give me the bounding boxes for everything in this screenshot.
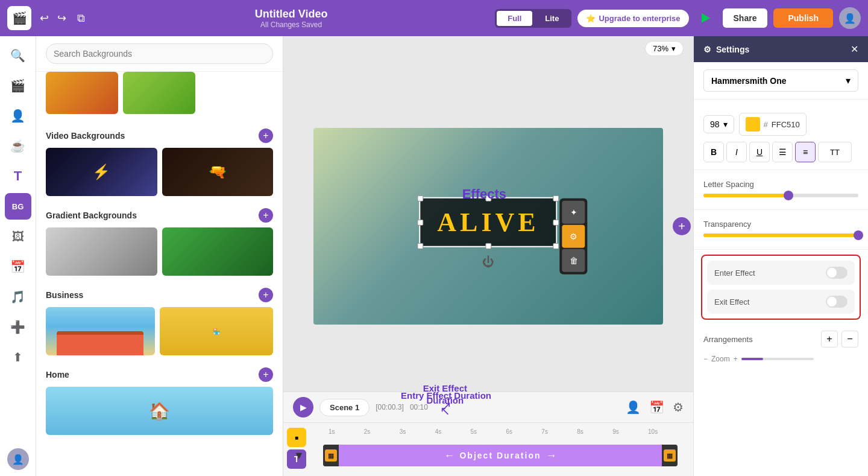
sidebar-item-music[interactable]: 🎵 <box>5 284 31 310</box>
letter-spacing-slider[interactable] <box>703 194 858 197</box>
section-home-header: Home + <box>36 360 283 387</box>
business-thumb-1[interactable] <box>46 307 155 355</box>
italic-button[interactable]: I <box>726 142 747 162</box>
gradient-thumb-1[interactable] <box>46 227 157 276</box>
timeline-tracks: ▼ ▦ ▦ ← <box>283 440 693 476</box>
topbar-center: Untitled Video All Changes Saved <box>93 8 489 29</box>
sidebar-item-bg[interactable]: BG <box>5 193 31 220</box>
handle-br[interactable] <box>553 243 559 249</box>
icon-bar-bottom: 👤 <box>7 448 29 470</box>
add-video-button[interactable]: + <box>259 129 273 143</box>
sidebar-item-text[interactable]: T <box>5 163 31 189</box>
zoom-mini-fill <box>741 358 763 360</box>
timeline-controls: ▶ Scene 1 [00:00.3] 00:10 👤 📅 ⚙ <box>283 392 693 423</box>
sidebar-item-image[interactable]: 🖼 <box>5 223 31 250</box>
user-avatar[interactable]: 👤 <box>839 7 861 29</box>
sidebar-avatar[interactable]: 👤 <box>7 448 29 470</box>
handle-tm[interactable] <box>485 195 491 202</box>
settings-close-button[interactable]: ✕ <box>851 43 858 55</box>
sidebar-item-search[interactable]: 🔍 <box>5 42 31 69</box>
handle-tr[interactable] <box>553 195 559 202</box>
sidebar-item-coffee[interactable]: ☕ <box>5 133 31 159</box>
panel-content: Video Backgrounds + ⚡ 🔫 Gradient Backgro… <box>36 72 283 476</box>
ruler-2s: 2s <box>364 428 400 435</box>
undo-button[interactable]: ↩ <box>37 9 51 27</box>
exit-effect-toggle[interactable] <box>826 296 848 308</box>
section-business-header: Business + <box>36 281 283 307</box>
copy-button[interactable]: ⧉ <box>75 10 87 27</box>
video-thumb-1[interactable]: ⚡ <box>46 148 157 196</box>
transparency-thumb[interactable] <box>854 230 863 240</box>
delete-element-button[interactable]: 🗑 <box>562 249 585 272</box>
add-business-button[interactable]: + <box>259 288 273 302</box>
track-bar[interactable]: ▦ ▦ ← Object Duration → <box>323 445 678 466</box>
ruler-10s: 10s <box>648 428 684 435</box>
transparency-label: Transparency <box>703 220 858 229</box>
timeline-play-button[interactable]: ▶ <box>293 397 313 417</box>
sidebar-item-calendar[interactable]: 📅 <box>5 253 31 280</box>
business-thumb-2[interactable]: 🏪 <box>160 307 274 355</box>
settings-element-button[interactable]: ⚙ <box>562 225 585 248</box>
list-button[interactable]: ☰ <box>772 142 793 162</box>
canvas-wrapper: ALIVE ✦ ⚙ 🗑 ⏻ + <box>283 61 693 392</box>
settings-header: ⚙ Settings ✕ <box>694 36 868 62</box>
video-thumb-2[interactable]: 🔫 <box>162 148 274 196</box>
align-center-button[interactable]: ≡ <box>795 142 816 162</box>
right-panel: ⚙ Settings ✕ Hammersmith One ▾ 98 ▾ # <box>693 36 868 476</box>
handle-bl[interactable] <box>417 243 423 249</box>
add-scene-button[interactable]: + <box>673 217 691 235</box>
app-logo[interactable]: 🎬 <box>7 6 31 30</box>
enter-effect-toggle[interactable] <box>826 267 848 279</box>
transparency-section: Transparency <box>694 210 868 250</box>
publish-button[interactable]: Publish <box>773 8 833 28</box>
home-thumb-1[interactable]: 🏠 <box>46 387 273 435</box>
transparency-slider[interactable] <box>703 233 858 237</box>
font-size-selector[interactable]: 98 ▾ <box>703 115 734 133</box>
sidebar-item-user[interactable]: 👤 <box>5 103 31 129</box>
share-button[interactable]: Share <box>723 8 768 28</box>
mode-selector: Full Lite <box>495 9 571 28</box>
underline-button[interactable]: U <box>749 142 770 162</box>
upgrade-button[interactable]: ⭐ Upgrade to enterprise <box>577 10 688 27</box>
thumbnail-food2[interactable] <box>123 72 195 114</box>
play-icon <box>702 13 710 23</box>
add-home-button[interactable]: + <box>259 367 273 382</box>
arrange-up-button[interactable]: + <box>821 331 838 347</box>
color-picker[interactable]: # FFC510 <box>739 113 807 136</box>
zoom-mini-track[interactable] <box>741 358 814 360</box>
thumbnail-food1[interactable] <box>46 72 118 114</box>
text-element[interactable]: ALIVE ✦ ⚙ 🗑 ⏻ <box>419 197 557 247</box>
add-gradient-button[interactable]: + <box>259 208 273 223</box>
preview-play-button[interactable] <box>695 7 717 29</box>
handle-lm[interactable] <box>417 219 423 225</box>
zoom-control[interactable]: 73% ▾ <box>645 41 684 56</box>
rotate-indicator[interactable]: ⏻ <box>482 255 494 269</box>
font-selector[interactable]: Hammersmith One ▾ <box>703 69 858 92</box>
gradient-thumbs <box>36 227 283 281</box>
bold-button[interactable]: B <box>703 142 724 162</box>
handle-bm[interactable] <box>485 243 491 249</box>
section-business-label: Business <box>46 290 83 300</box>
track-handle-left[interactable]: ▦ <box>323 445 339 466</box>
effects-button[interactable]: ✦ <box>562 201 585 224</box>
handle-rm[interactable] <box>553 219 559 225</box>
zoom-slider-row: − Zoom + <box>694 351 868 367</box>
enter-effect-label: Enter Effect <box>714 268 755 278</box>
mode-lite-button[interactable]: Lite <box>534 11 570 26</box>
ruler-4s: 4s <box>435 428 471 435</box>
gradient-thumb-2[interactable] <box>162 227 274 276</box>
slider-thumb[interactable] <box>784 191 793 200</box>
handle-tl[interactable] <box>417 195 423 202</box>
topbar: 🎬 ↩ ↪ ⧉ Untitled Video All Changes Saved… <box>0 0 868 36</box>
size-color-section: 98 ▾ # FFC510 B I U ☰ ≡ TT <box>694 100 868 170</box>
sidebar-item-plus[interactable]: ➕ <box>5 314 31 340</box>
search-input[interactable] <box>46 43 273 64</box>
track-handle-right[interactable]: ▦ <box>662 445 678 466</box>
arrange-down-button[interactable]: − <box>841 331 858 347</box>
redo-button[interactable]: ↪ <box>55 9 69 27</box>
slider-fill <box>703 194 788 197</box>
transform-button[interactable]: TT <box>818 142 852 162</box>
sidebar-item-upload[interactable]: ⬆ <box>5 344 31 370</box>
sidebar-item-media[interactable]: 🎬 <box>5 72 31 99</box>
mode-full-button[interactable]: Full <box>497 11 532 26</box>
